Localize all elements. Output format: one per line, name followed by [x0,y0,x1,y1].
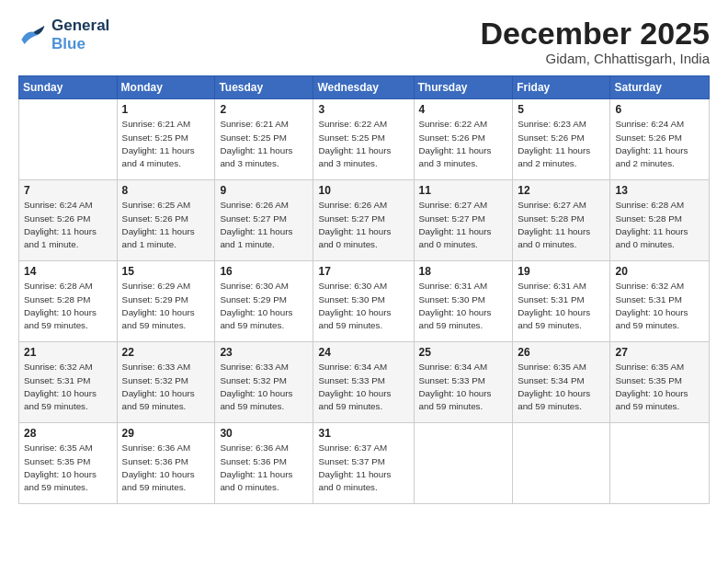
day-number: 15 [122,265,210,278]
weekday-header: Saturday [610,76,710,99]
calendar-cell: 10Sunrise: 6:26 AM Sunset: 5:27 PM Dayli… [313,180,414,261]
day-number: 16 [220,265,308,278]
calendar-cell: 15Sunrise: 6:29 AM Sunset: 5:29 PM Dayli… [117,261,215,342]
day-info: Sunrise: 6:30 AM Sunset: 5:29 PM Dayligh… [220,280,308,332]
weekday-header: Sunday [19,76,118,99]
day-number: 3 [318,103,408,116]
day-number: 21 [24,346,112,359]
title-area: December 2025 Gidam, Chhattisgarh, India [480,17,710,66]
day-info: Sunrise: 6:21 AM Sunset: 5:25 PM Dayligh… [122,118,210,170]
calendar: SundayMondayTuesdayWednesdayThursdayFrid… [18,75,710,504]
day-number: 10 [318,184,408,197]
header: General Blue December 2025 Gidam, Chhatt… [18,17,710,66]
logo: General Blue [18,17,109,52]
day-info: Sunrise: 6:27 AM Sunset: 5:27 PM Dayligh… [419,199,508,251]
day-number: 2 [220,103,308,116]
day-info: Sunrise: 6:22 AM Sunset: 5:26 PM Dayligh… [419,118,508,170]
day-number: 1 [122,103,210,116]
calendar-cell [610,423,710,504]
calendar-cell [513,423,610,504]
day-info: Sunrise: 6:34 AM Sunset: 5:33 PM Dayligh… [318,361,408,413]
calendar-week-row: 14Sunrise: 6:28 AM Sunset: 5:28 PM Dayli… [19,261,710,342]
page: General Blue December 2025 Gidam, Chhatt… [0,0,728,563]
day-info: Sunrise: 6:28 AM Sunset: 5:28 PM Dayligh… [615,199,704,251]
calendar-cell: 12Sunrise: 6:27 AM Sunset: 5:28 PM Dayli… [513,180,610,261]
day-number: 19 [518,265,605,278]
calendar-cell: 26Sunrise: 6:35 AM Sunset: 5:34 PM Dayli… [513,342,610,423]
day-number: 20 [615,265,704,278]
day-info: Sunrise: 6:33 AM Sunset: 5:32 PM Dayligh… [122,361,210,413]
calendar-cell: 9Sunrise: 6:26 AM Sunset: 5:27 PM Daylig… [215,180,313,261]
calendar-cell: 27Sunrise: 6:35 AM Sunset: 5:35 PM Dayli… [610,342,710,423]
day-info: Sunrise: 6:34 AM Sunset: 5:33 PM Dayligh… [419,361,508,413]
calendar-cell: 18Sunrise: 6:31 AM Sunset: 5:30 PM Dayli… [414,261,513,342]
day-info: Sunrise: 6:29 AM Sunset: 5:29 PM Dayligh… [122,280,210,332]
day-info: Sunrise: 6:35 AM Sunset: 5:35 PM Dayligh… [615,361,704,413]
calendar-cell: 28Sunrise: 6:35 AM Sunset: 5:35 PM Dayli… [19,423,118,504]
day-info: Sunrise: 6:24 AM Sunset: 5:26 PM Dayligh… [615,118,704,170]
day-info: Sunrise: 6:27 AM Sunset: 5:28 PM Dayligh… [518,199,605,251]
day-number: 26 [518,346,605,359]
calendar-cell: 2Sunrise: 6:21 AM Sunset: 5:25 PM Daylig… [215,99,313,180]
day-info: Sunrise: 6:32 AM Sunset: 5:31 PM Dayligh… [615,280,704,332]
calendar-week-row: 1Sunrise: 6:21 AM Sunset: 5:25 PM Daylig… [19,99,710,180]
day-info: Sunrise: 6:21 AM Sunset: 5:25 PM Dayligh… [220,118,308,170]
weekday-header: Monday [117,76,215,99]
day-info: Sunrise: 6:22 AM Sunset: 5:25 PM Dayligh… [318,118,408,170]
day-number: 31 [318,427,408,440]
month-title: December 2025 [480,17,710,51]
calendar-cell: 20Sunrise: 6:32 AM Sunset: 5:31 PM Dayli… [610,261,710,342]
calendar-cell: 13Sunrise: 6:28 AM Sunset: 5:28 PM Dayli… [610,180,710,261]
day-info: Sunrise: 6:35 AM Sunset: 5:35 PM Dayligh… [24,442,112,494]
day-info: Sunrise: 6:31 AM Sunset: 5:30 PM Dayligh… [419,280,508,332]
weekday-header: Thursday [414,76,513,99]
calendar-week-row: 28Sunrise: 6:35 AM Sunset: 5:35 PM Dayli… [19,423,710,504]
calendar-cell: 7Sunrise: 6:24 AM Sunset: 5:26 PM Daylig… [19,180,118,261]
weekday-header: Tuesday [215,76,313,99]
calendar-cell: 1Sunrise: 6:21 AM Sunset: 5:25 PM Daylig… [117,99,215,180]
day-number: 23 [220,346,308,359]
calendar-cell: 29Sunrise: 6:36 AM Sunset: 5:36 PM Dayli… [117,423,215,504]
day-info: Sunrise: 6:28 AM Sunset: 5:28 PM Dayligh… [24,280,112,332]
calendar-cell: 5Sunrise: 6:23 AM Sunset: 5:26 PM Daylig… [513,99,610,180]
calendar-cell: 19Sunrise: 6:31 AM Sunset: 5:31 PM Dayli… [513,261,610,342]
day-info: Sunrise: 6:37 AM Sunset: 5:37 PM Dayligh… [318,442,408,494]
calendar-cell: 14Sunrise: 6:28 AM Sunset: 5:28 PM Dayli… [19,261,118,342]
calendar-cell: 24Sunrise: 6:34 AM Sunset: 5:33 PM Dayli… [313,342,414,423]
day-info: Sunrise: 6:25 AM Sunset: 5:26 PM Dayligh… [122,199,210,251]
day-number: 5 [518,103,605,116]
day-number: 8 [122,184,210,197]
day-info: Sunrise: 6:32 AM Sunset: 5:31 PM Dayligh… [24,361,112,413]
day-number: 22 [122,346,210,359]
day-info: Sunrise: 6:31 AM Sunset: 5:31 PM Dayligh… [518,280,605,332]
calendar-cell [414,423,513,504]
day-info: Sunrise: 6:33 AM Sunset: 5:32 PM Dayligh… [220,361,308,413]
calendar-cell: 8Sunrise: 6:25 AM Sunset: 5:26 PM Daylig… [117,180,215,261]
calendar-week-row: 7Sunrise: 6:24 AM Sunset: 5:26 PM Daylig… [19,180,710,261]
day-info: Sunrise: 6:30 AM Sunset: 5:30 PM Dayligh… [318,280,408,332]
location: Gidam, Chhattisgarh, India [480,51,710,66]
calendar-week-row: 21Sunrise: 6:32 AM Sunset: 5:31 PM Dayli… [19,342,710,423]
calendar-cell: 23Sunrise: 6:33 AM Sunset: 5:32 PM Dayli… [215,342,313,423]
day-number: 25 [419,346,508,359]
day-info: Sunrise: 6:26 AM Sunset: 5:27 PM Dayligh… [220,199,308,251]
day-number: 6 [615,103,704,116]
calendar-cell [19,99,118,180]
day-info: Sunrise: 6:26 AM Sunset: 5:27 PM Dayligh… [318,199,408,251]
day-number: 18 [419,265,508,278]
day-number: 24 [318,346,408,359]
day-number: 4 [419,103,508,116]
calendar-header-row: SundayMondayTuesdayWednesdayThursdayFrid… [19,76,710,99]
day-number: 12 [518,184,605,197]
day-info: Sunrise: 6:36 AM Sunset: 5:36 PM Dayligh… [122,442,210,494]
logo-text: General Blue [51,17,109,52]
day-number: 27 [615,346,704,359]
day-info: Sunrise: 6:23 AM Sunset: 5:26 PM Dayligh… [518,118,605,170]
calendar-cell: 25Sunrise: 6:34 AM Sunset: 5:33 PM Dayli… [414,342,513,423]
calendar-cell: 11Sunrise: 6:27 AM Sunset: 5:27 PM Dayli… [414,180,513,261]
day-info: Sunrise: 6:24 AM Sunset: 5:26 PM Dayligh… [24,199,112,251]
day-number: 17 [318,265,408,278]
calendar-cell: 22Sunrise: 6:33 AM Sunset: 5:32 PM Dayli… [117,342,215,423]
weekday-header: Wednesday [313,76,414,99]
weekday-header: Friday [513,76,610,99]
